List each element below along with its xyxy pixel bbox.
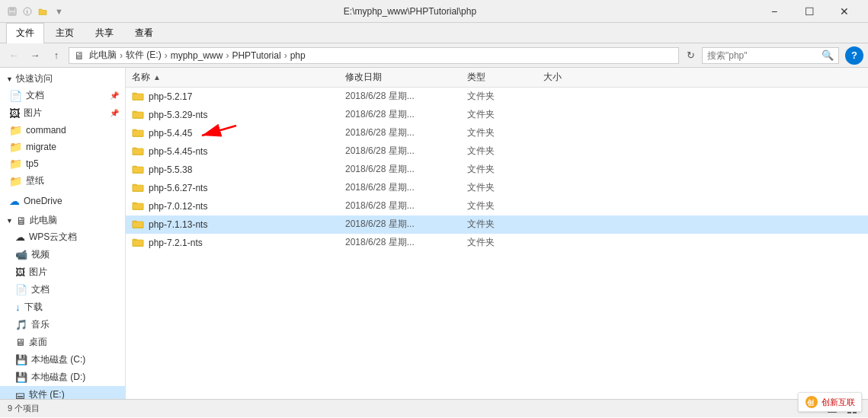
this-pc-icon: 🖥 bbox=[16, 215, 27, 227]
tab-home[interactable]: 主页 bbox=[46, 23, 84, 43]
refresh-button[interactable]: ↻ bbox=[682, 47, 699, 64]
file-row[interactable]: php-5.4.45 2018/6/28 星期... 文件夹 bbox=[126, 124, 868, 142]
file-row[interactable]: php-5.4.45-nts 2018/6/28 星期... 文件夹 bbox=[126, 142, 868, 161]
svg-rect-10 bbox=[133, 185, 143, 191]
svg-rect-9 bbox=[133, 167, 143, 173]
file-date: 2018/6/28 星期... bbox=[345, 108, 467, 121]
sidebar-item-onedrive[interactable]: ☁ OneDrive bbox=[0, 193, 125, 209]
maximize-button[interactable]: ☐ bbox=[792, 0, 827, 23]
col-size-header[interactable]: 大小 bbox=[543, 71, 604, 84]
status-bar: 9 个项目 bbox=[0, 399, 868, 417]
forward-button[interactable]: → bbox=[26, 46, 44, 65]
quick-save-icon[interactable] bbox=[6, 5, 18, 18]
file-date: 2018/6/28 星期... bbox=[345, 145, 467, 158]
drive-icon: 💾 bbox=[15, 372, 27, 383]
desktop-icon: 🖥 bbox=[15, 337, 25, 348]
folder-icon bbox=[132, 109, 144, 121]
sidebar-item-wps[interactable]: ☁ WPS云文档 bbox=[0, 228, 125, 246]
title-bar-controls: − ☐ ✕ bbox=[757, 0, 862, 23]
pictures-icon: 🖼 bbox=[9, 107, 20, 120]
close-button[interactable]: ✕ bbox=[827, 0, 862, 23]
sidebar-item-drive-d[interactable]: 💾 本地磁盘 (D:) bbox=[0, 369, 125, 386]
sidebar-item-command[interactable]: 📁 command bbox=[0, 122, 125, 139]
file-row[interactable]: php-5.2.17 2018/6/28 星期... 文件夹 bbox=[126, 88, 868, 106]
minimize-button[interactable]: − bbox=[757, 0, 792, 23]
path-phptutorial: PHPTutorial bbox=[232, 50, 280, 61]
quick-access-header[interactable]: ▼ 快速访问 bbox=[0, 71, 125, 87]
file-date: 2018/6/28 星期... bbox=[345, 199, 467, 212]
search-box[interactable]: 🔍 bbox=[702, 47, 839, 64]
file-row[interactable]: php-5.5.38 2018/6/28 星期... 文件夹 bbox=[126, 161, 868, 179]
sidebar-item-pictures[interactable]: 🖼 图片 bbox=[0, 263, 125, 281]
tab-file[interactable]: 文件 bbox=[6, 23, 44, 43]
sidebar-item-label: 图片 bbox=[24, 107, 42, 120]
svg-rect-1 bbox=[10, 8, 14, 11]
file-name: php-5.4.45-nts bbox=[149, 146, 345, 157]
sidebar-item-label: 桌面 bbox=[29, 336, 47, 349]
quick-access-label: 快速访问 bbox=[16, 72, 53, 85]
watermark-logo: 创 bbox=[805, 395, 818, 409]
svg-rect-11 bbox=[133, 203, 143, 209]
sidebar-item-label: 文档 bbox=[31, 283, 50, 296]
sidebar-item-label: 文档 bbox=[26, 89, 44, 102]
sidebar-item-label: WPS云文档 bbox=[29, 231, 77, 244]
sidebar: ▼ 快速访问 📄 文档 📌 🖼 图片 📌 📁 command 📁 migrate bbox=[0, 68, 126, 399]
new-folder-icon[interactable] bbox=[37, 5, 49, 18]
folder-icon bbox=[132, 200, 144, 212]
sidebar-item-wallpaper[interactable]: 📁 壁纸 bbox=[0, 172, 125, 190]
sidebar-item-downloads[interactable]: ↓ 下载 bbox=[0, 298, 125, 316]
file-type: 文件夹 bbox=[467, 108, 543, 121]
sidebar-item-label: tp5 bbox=[26, 158, 39, 169]
properties-icon[interactable]: i bbox=[21, 5, 34, 18]
tab-view[interactable]: 查看 bbox=[125, 23, 163, 43]
quick-access-chevron: ▼ bbox=[6, 75, 13, 83]
svg-rect-7 bbox=[133, 130, 143, 136]
tab-share[interactable]: 共享 bbox=[85, 23, 123, 43]
sidebar-item-pictures-quick[interactable]: 🖼 图片 📌 bbox=[0, 104, 125, 122]
sidebar-item-label: 本地磁盘 (D:) bbox=[31, 371, 85, 384]
videos-icon: 📹 bbox=[15, 249, 27, 260]
sidebar-item-drive-e[interactable]: 🖴 软件 (E:) bbox=[0, 386, 125, 399]
title-bar: i ▼ E:\myphp_www\PHPTutorial\php − ☐ ✕ bbox=[0, 0, 868, 23]
address-bar: ← → ↑ 🖥 此电脑 › 软件 (E:) › myphp_www › PHPT… bbox=[0, 43, 868, 68]
sidebar-item-documents[interactable]: 📄 文档 📌 bbox=[0, 87, 125, 104]
sidebar-item-documents-pc[interactable]: 📄 文档 bbox=[0, 281, 125, 298]
up-button[interactable]: ↑ bbox=[47, 46, 66, 65]
file-name: php-5.6.27-nts bbox=[149, 183, 345, 193]
folder-icon: 📁 bbox=[9, 158, 22, 170]
search-icon: 🔍 bbox=[822, 49, 834, 61]
file-row[interactable]: php-7.2.1-nts 2018/6/28 星期... 文件夹 bbox=[126, 234, 868, 252]
col-type-header[interactable]: 类型 bbox=[467, 71, 543, 84]
svg-text:创: 创 bbox=[806, 399, 814, 407]
pin-icon: 📌 bbox=[110, 109, 119, 117]
file-date: 2018/6/28 星期... bbox=[345, 236, 467, 249]
folder-icon bbox=[132, 219, 144, 231]
file-date: 2018/6/28 星期... bbox=[345, 218, 467, 231]
address-path[interactable]: 🖥 此电脑 › 软件 (E:) › myphp_www › PHPTutoria… bbox=[69, 47, 679, 64]
file-row[interactable]: php-7.1.13-nts 2018/6/28 星期... 文件夹 bbox=[126, 215, 868, 234]
file-area: 名称 ▲ 修改日期 类型 大小 bbox=[126, 68, 868, 399]
sidebar-item-tp5[interactable]: 📁 tp5 bbox=[0, 155, 125, 172]
sidebar-item-music[interactable]: 🎵 音乐 bbox=[0, 316, 125, 333]
file-date: 2018/6/28 星期... bbox=[345, 181, 467, 194]
back-button[interactable]: ← bbox=[5, 46, 23, 65]
svg-rect-12 bbox=[133, 222, 143, 228]
search-input[interactable] bbox=[707, 50, 822, 61]
watermark-text: 创新互联 bbox=[822, 397, 855, 408]
file-row[interactable]: php-7.0.12-nts 2018/6/28 星期... 文件夹 bbox=[126, 197, 868, 215]
sidebar-item-desktop[interactable]: 🖥 桌面 bbox=[0, 333, 125, 351]
col-date-header[interactable]: 修改日期 bbox=[345, 71, 467, 84]
col-name-header[interactable]: 名称 ▲ bbox=[132, 71, 345, 84]
this-pc-header[interactable]: ▼ 🖥 此电脑 bbox=[0, 212, 125, 228]
onedrive-icon: ☁ bbox=[9, 195, 20, 207]
sidebar-item-drive-c[interactable]: 💾 本地磁盘 (C:) bbox=[0, 351, 125, 369]
help-button[interactable]: ? bbox=[845, 46, 863, 65]
this-pc-chevron: ▼ bbox=[6, 217, 13, 225]
sidebar-item-videos[interactable]: 📹 视频 bbox=[0, 246, 125, 263]
sidebar-item-migrate[interactable]: 📁 migrate bbox=[0, 139, 125, 155]
path-this-pc: 此电脑 bbox=[89, 49, 117, 62]
pictures-icon: 🖼 bbox=[15, 266, 25, 278]
file-row[interactable]: php-5.3.29-nts 2018/6/28 星期... 文件夹 bbox=[126, 106, 868, 124]
file-type: 文件夹 bbox=[467, 163, 543, 176]
file-row[interactable]: php-5.6.27-nts 2018/6/28 星期... 文件夹 bbox=[126, 179, 868, 197]
